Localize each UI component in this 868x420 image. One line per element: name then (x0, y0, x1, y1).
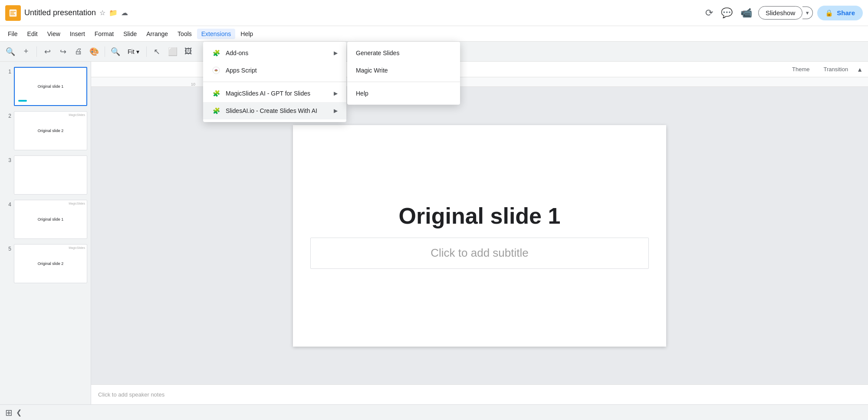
zoom-out-button[interactable]: 🔍 (108, 45, 122, 59)
slide-preview-title-5: Original slide 2 (36, 260, 66, 268)
slide-num-2: 2 (3, 113, 11, 119)
select-button[interactable]: ↖ (150, 45, 164, 59)
slide-panel: 1 Original slide 1 2 MagicSlides Origina… (0, 62, 91, 404)
slide-preview-5[interactable]: MagicSlides Original slide 2 (14, 244, 87, 283)
slideshow-label: Slideshow (766, 9, 795, 17)
menu-file[interactable]: File (3, 29, 22, 39)
menu-slide[interactable]: Slide (119, 29, 141, 39)
menu-view[interactable]: View (43, 29, 65, 39)
slides-ai-icon: 🧩 (212, 106, 220, 115)
collapse-toolbar-button[interactable]: ▲ (857, 66, 863, 73)
toolbar-separator-2 (105, 46, 105, 57)
slide-thumb-3[interactable]: 3 (2, 154, 89, 196)
ext-menu-add-ons[interactable]: 🧩 Add-ons ▶ (203, 44, 346, 62)
slide-thumb-1[interactable]: 1 Original slide 1 (2, 65, 89, 108)
slide-subtitle-box[interactable]: Click to add subtitle (310, 238, 649, 269)
slide-logo-2: MagicSlides (69, 113, 85, 116)
slide-cyan-bar-1 (18, 100, 27, 102)
search-button[interactable]: 🔍 (3, 45, 17, 59)
slide-num-1: 1 (3, 69, 11, 75)
slideshow-dropdown-button[interactable]: ▾ (802, 7, 813, 19)
image-button[interactable]: 🖼 (181, 45, 195, 59)
magic-slides-icon: 🧩 (212, 89, 220, 98)
add-ons-arrow-icon: ▶ (334, 50, 338, 56)
history-folder-icon[interactable]: 📁 (109, 9, 118, 17)
redo-button[interactable]: ↪ (56, 45, 70, 59)
print-button[interactable]: 🖨 (72, 45, 85, 59)
slide-canvas[interactable]: Original slide 1 Click to add subtitle (293, 125, 666, 347)
magic-write-label: Magic Write (356, 67, 388, 74)
app-logo (5, 5, 21, 21)
menu-tools[interactable]: Tools (173, 29, 196, 39)
notes-placeholder[interactable]: Click to add speaker notes (98, 391, 164, 398)
shape-button[interactable]: ⬜ (166, 45, 180, 59)
ext-menu-apps-script[interactable]: Apps Script (203, 62, 346, 79)
comment-icon[interactable]: 💬 (719, 6, 734, 20)
slideshow-button[interactable]: Slideshow (758, 6, 802, 20)
submenu-magic-write[interactable]: Magic Write (347, 62, 460, 79)
notes-bar[interactable]: Click to add speaker notes (91, 384, 868, 404)
bottom-toolbar: ⊞ ❮ (0, 404, 868, 420)
favorite-icon[interactable]: ☆ (99, 9, 105, 17)
menu-edit[interactable]: Edit (23, 29, 42, 39)
submenu-help[interactable]: Help (347, 85, 460, 102)
toolbar-separator-3 (146, 46, 147, 57)
svg-rect-3 (10, 14, 15, 15)
ext-menu-add-ons-label: Add-ons (226, 50, 248, 56)
share-lock-icon: 🔒 (825, 9, 833, 17)
slide-preview-title-4: Original slide 1 (36, 215, 66, 223)
slide-preview-title-1: Original slide 1 (36, 83, 66, 90)
menu-extensions[interactable]: Extensions (197, 29, 235, 39)
svg-rect-1 (10, 11, 16, 12)
magic-slides-arrow-icon: ▶ (334, 90, 338, 96)
menu-help[interactable]: Help (236, 29, 257, 39)
slide-preview-1[interactable]: Original slide 1 (14, 67, 87, 106)
paint-format-button[interactable]: 🎨 (87, 45, 101, 59)
undo-button[interactable]: ↩ (40, 45, 54, 59)
ext-menu-magic-slides[interactable]: 🧩 MagicSlides AI - GPT for Slides ▶ (203, 85, 346, 102)
present-icon[interactable]: 📹 (739, 6, 754, 20)
cloud-icon[interactable]: ☁ (121, 9, 128, 17)
ext-menu-apps-script-label: Apps Script (226, 67, 257, 74)
slide-thumb-4[interactable]: 4 MagicSlides Original slide 1 (2, 198, 89, 241)
slide-canvas-wrapper[interactable]: Original slide 1 Click to add subtitle (91, 87, 868, 384)
slide-thumb-5[interactable]: 5 MagicSlides Original slide 2 (2, 242, 89, 285)
slide-num-5: 5 (3, 246, 11, 252)
help-label: Help (356, 90, 368, 97)
submenu-generate-slides[interactable]: Generate Slides (347, 44, 460, 62)
slide-num-3: 3 (3, 157, 11, 163)
title-area: Untitled presentation ☆ 📁 ☁ (24, 8, 700, 17)
menu-insert[interactable]: Insert (66, 29, 89, 39)
slide-num-4: 4 (3, 202, 11, 208)
slide-logo-4: MagicSlides (69, 202, 85, 205)
slide-subtitle-text[interactable]: Click to add subtitle (431, 246, 528, 260)
slide-logo-5: MagicSlides (69, 246, 85, 249)
zoom-dropdown-icon: ▾ (136, 48, 139, 55)
collapse-panel-button[interactable]: ❮ (16, 408, 22, 417)
doc-title[interactable]: Untitled presentation (24, 8, 96, 17)
grid-view-button[interactable]: ⊞ (3, 406, 14, 420)
slide-preview-4[interactable]: MagicSlides Original slide 1 (14, 200, 87, 239)
share-label: Share (837, 9, 855, 17)
slide-preview-3[interactable] (14, 155, 87, 195)
history-icon[interactable]: ⟳ (704, 6, 715, 20)
transition-button[interactable]: Transition (819, 64, 854, 74)
menu-arrange[interactable]: Arrange (142, 29, 172, 39)
extensions-menu: 🧩 Add-ons ▶ Apps Script 🧩 MagicSlides AI… (203, 42, 346, 122)
slides-ai-arrow-icon: ▶ (334, 108, 338, 114)
zoom-control[interactable]: Fit ▾ (124, 47, 143, 56)
menu-bar: File Edit View Insert Format Slide Arran… (0, 26, 868, 42)
ext-menu-slides-ai[interactable]: 🧩 SlidesAI.io - Create Slides With AI ▶ (203, 102, 346, 119)
share-button[interactable]: 🔒 Share (817, 6, 863, 20)
theme-button[interactable]: Theme (787, 64, 815, 74)
svg-rect-2 (10, 13, 14, 13)
slide-main-title[interactable]: Original slide 1 (399, 203, 561, 229)
slide-thumb-2[interactable]: 2 MagicSlides Original slide 2 (2, 109, 89, 152)
menu-format[interactable]: Format (90, 29, 118, 39)
slide-preview-2[interactable]: MagicSlides Original slide 2 (14, 111, 87, 150)
zoom-label: Fit (128, 48, 135, 55)
slidesai-submenu: Generate Slides Magic Write Help (347, 42, 460, 105)
generate-slides-label: Generate Slides (356, 50, 399, 56)
zoom-in-button[interactable]: + (19, 45, 33, 59)
slide-preview-title-2: Original slide 2 (36, 127, 66, 135)
